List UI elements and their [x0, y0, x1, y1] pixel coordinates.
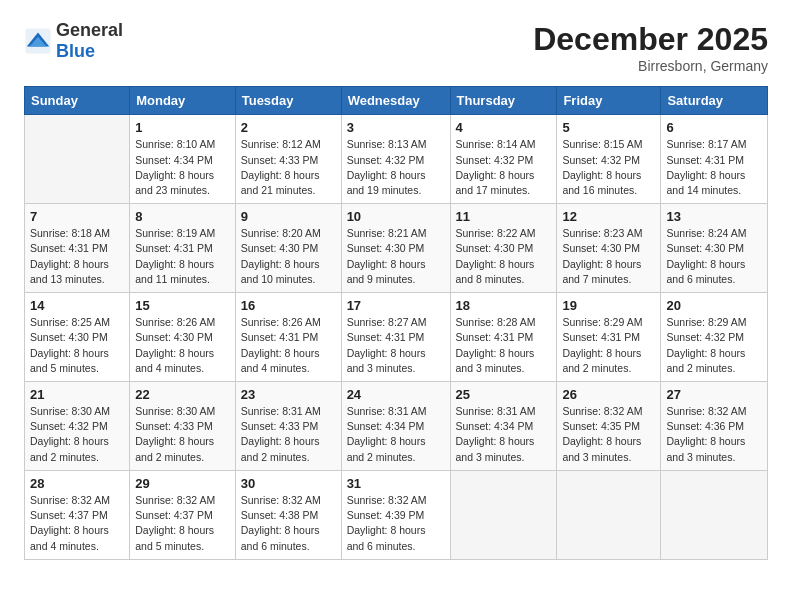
day-number: 9: [241, 209, 336, 224]
calendar-cell: 15Sunrise: 8:26 AM Sunset: 4:30 PM Dayli…: [130, 293, 236, 382]
day-number: 13: [666, 209, 762, 224]
day-info: Sunrise: 8:26 AM Sunset: 4:30 PM Dayligh…: [135, 315, 230, 376]
day-info: Sunrise: 8:18 AM Sunset: 4:31 PM Dayligh…: [30, 226, 124, 287]
calendar-cell: 23Sunrise: 8:31 AM Sunset: 4:33 PM Dayli…: [235, 382, 341, 471]
calendar-cell: 29Sunrise: 8:32 AM Sunset: 4:37 PM Dayli…: [130, 470, 236, 559]
day-number: 24: [347, 387, 445, 402]
day-number: 15: [135, 298, 230, 313]
day-number: 10: [347, 209, 445, 224]
calendar-cell: 9Sunrise: 8:20 AM Sunset: 4:30 PM Daylig…: [235, 204, 341, 293]
day-info: Sunrise: 8:31 AM Sunset: 4:34 PM Dayligh…: [456, 404, 552, 465]
logo-icon: [24, 27, 52, 55]
day-number: 18: [456, 298, 552, 313]
calendar-cell: 7Sunrise: 8:18 AM Sunset: 4:31 PM Daylig…: [25, 204, 130, 293]
day-info: Sunrise: 8:19 AM Sunset: 4:31 PM Dayligh…: [135, 226, 230, 287]
calendar-cell: 24Sunrise: 8:31 AM Sunset: 4:34 PM Dayli…: [341, 382, 450, 471]
calendar-cell: 2Sunrise: 8:12 AM Sunset: 4:33 PM Daylig…: [235, 115, 341, 204]
day-info: Sunrise: 8:32 AM Sunset: 4:37 PM Dayligh…: [30, 493, 124, 554]
week-row-3: 14Sunrise: 8:25 AM Sunset: 4:30 PM Dayli…: [25, 293, 768, 382]
day-info: Sunrise: 8:25 AM Sunset: 4:30 PM Dayligh…: [30, 315, 124, 376]
calendar-cell: 17Sunrise: 8:27 AM Sunset: 4:31 PM Dayli…: [341, 293, 450, 382]
title-area: December 2025 Birresborn, Germany: [533, 20, 768, 74]
day-info: Sunrise: 8:29 AM Sunset: 4:32 PM Dayligh…: [666, 315, 762, 376]
day-number: 23: [241, 387, 336, 402]
calendar-cell: 5Sunrise: 8:15 AM Sunset: 4:32 PM Daylig…: [557, 115, 661, 204]
header-day-wednesday: Wednesday: [341, 87, 450, 115]
day-number: 21: [30, 387, 124, 402]
subtitle: Birresborn, Germany: [533, 58, 768, 74]
header-row: SundayMondayTuesdayWednesdayThursdayFrid…: [25, 87, 768, 115]
calendar-table: SundayMondayTuesdayWednesdayThursdayFrid…: [24, 86, 768, 559]
day-number: 31: [347, 476, 445, 491]
day-number: 5: [562, 120, 655, 135]
calendar-cell: 18Sunrise: 8:28 AM Sunset: 4:31 PM Dayli…: [450, 293, 557, 382]
day-number: 6: [666, 120, 762, 135]
day-number: 30: [241, 476, 336, 491]
day-info: Sunrise: 8:15 AM Sunset: 4:32 PM Dayligh…: [562, 137, 655, 198]
week-row-4: 21Sunrise: 8:30 AM Sunset: 4:32 PM Dayli…: [25, 382, 768, 471]
day-info: Sunrise: 8:28 AM Sunset: 4:31 PM Dayligh…: [456, 315, 552, 376]
day-info: Sunrise: 8:17 AM Sunset: 4:31 PM Dayligh…: [666, 137, 762, 198]
calendar-cell: 13Sunrise: 8:24 AM Sunset: 4:30 PM Dayli…: [661, 204, 768, 293]
day-number: 1: [135, 120, 230, 135]
logo-blue: Blue: [56, 42, 123, 62]
main-title: December 2025: [533, 20, 768, 58]
calendar-cell: 27Sunrise: 8:32 AM Sunset: 4:36 PM Dayli…: [661, 382, 768, 471]
day-info: Sunrise: 8:10 AM Sunset: 4:34 PM Dayligh…: [135, 137, 230, 198]
day-info: Sunrise: 8:32 AM Sunset: 4:35 PM Dayligh…: [562, 404, 655, 465]
day-number: 22: [135, 387, 230, 402]
day-info: Sunrise: 8:32 AM Sunset: 4:37 PM Dayligh…: [135, 493, 230, 554]
day-number: 4: [456, 120, 552, 135]
calendar-cell: 14Sunrise: 8:25 AM Sunset: 4:30 PM Dayli…: [25, 293, 130, 382]
day-number: 11: [456, 209, 552, 224]
logo-text: General Blue: [56, 20, 123, 61]
day-number: 8: [135, 209, 230, 224]
day-info: Sunrise: 8:27 AM Sunset: 4:31 PM Dayligh…: [347, 315, 445, 376]
day-info: Sunrise: 8:26 AM Sunset: 4:31 PM Dayligh…: [241, 315, 336, 376]
calendar-cell: 3Sunrise: 8:13 AM Sunset: 4:32 PM Daylig…: [341, 115, 450, 204]
calendar-cell: 4Sunrise: 8:14 AM Sunset: 4:32 PM Daylig…: [450, 115, 557, 204]
day-info: Sunrise: 8:30 AM Sunset: 4:32 PM Dayligh…: [30, 404, 124, 465]
day-number: 14: [30, 298, 124, 313]
day-info: Sunrise: 8:32 AM Sunset: 4:39 PM Dayligh…: [347, 493, 445, 554]
day-number: 19: [562, 298, 655, 313]
header-day-monday: Monday: [130, 87, 236, 115]
day-number: 16: [241, 298, 336, 313]
header-day-sunday: Sunday: [25, 87, 130, 115]
logo: General Blue: [24, 20, 123, 61]
calendar-cell: 8Sunrise: 8:19 AM Sunset: 4:31 PM Daylig…: [130, 204, 236, 293]
day-number: 28: [30, 476, 124, 491]
day-info: Sunrise: 8:24 AM Sunset: 4:30 PM Dayligh…: [666, 226, 762, 287]
calendar-cell: 16Sunrise: 8:26 AM Sunset: 4:31 PM Dayli…: [235, 293, 341, 382]
calendar-cell: 10Sunrise: 8:21 AM Sunset: 4:30 PM Dayli…: [341, 204, 450, 293]
header: General Blue December 2025 Birresborn, G…: [24, 20, 768, 74]
day-info: Sunrise: 8:21 AM Sunset: 4:30 PM Dayligh…: [347, 226, 445, 287]
day-info: Sunrise: 8:13 AM Sunset: 4:32 PM Dayligh…: [347, 137, 445, 198]
day-info: Sunrise: 8:31 AM Sunset: 4:33 PM Dayligh…: [241, 404, 336, 465]
calendar-cell: 22Sunrise: 8:30 AM Sunset: 4:33 PM Dayli…: [130, 382, 236, 471]
day-number: 7: [30, 209, 124, 224]
calendar-cell: [661, 470, 768, 559]
day-info: Sunrise: 8:30 AM Sunset: 4:33 PM Dayligh…: [135, 404, 230, 465]
day-info: Sunrise: 8:22 AM Sunset: 4:30 PM Dayligh…: [456, 226, 552, 287]
day-number: 25: [456, 387, 552, 402]
calendar-cell: 19Sunrise: 8:29 AM Sunset: 4:31 PM Dayli…: [557, 293, 661, 382]
logo-general: General: [56, 20, 123, 42]
header-day-thursday: Thursday: [450, 87, 557, 115]
day-info: Sunrise: 8:31 AM Sunset: 4:34 PM Dayligh…: [347, 404, 445, 465]
calendar-cell: 20Sunrise: 8:29 AM Sunset: 4:32 PM Dayli…: [661, 293, 768, 382]
week-row-5: 28Sunrise: 8:32 AM Sunset: 4:37 PM Dayli…: [25, 470, 768, 559]
day-info: Sunrise: 8:32 AM Sunset: 4:36 PM Dayligh…: [666, 404, 762, 465]
day-info: Sunrise: 8:23 AM Sunset: 4:30 PM Dayligh…: [562, 226, 655, 287]
calendar-cell: 12Sunrise: 8:23 AM Sunset: 4:30 PM Dayli…: [557, 204, 661, 293]
calendar-cell: 30Sunrise: 8:32 AM Sunset: 4:38 PM Dayli…: [235, 470, 341, 559]
calendar-cell: 21Sunrise: 8:30 AM Sunset: 4:32 PM Dayli…: [25, 382, 130, 471]
calendar-cell: [557, 470, 661, 559]
day-info: Sunrise: 8:12 AM Sunset: 4:33 PM Dayligh…: [241, 137, 336, 198]
calendar-cell: 31Sunrise: 8:32 AM Sunset: 4:39 PM Dayli…: [341, 470, 450, 559]
header-day-friday: Friday: [557, 87, 661, 115]
calendar-cell: [25, 115, 130, 204]
day-number: 12: [562, 209, 655, 224]
calendar-cell: 25Sunrise: 8:31 AM Sunset: 4:34 PM Dayli…: [450, 382, 557, 471]
day-info: Sunrise: 8:29 AM Sunset: 4:31 PM Dayligh…: [562, 315, 655, 376]
